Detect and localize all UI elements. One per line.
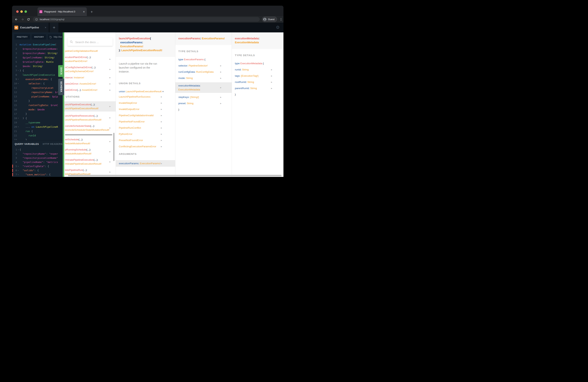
history-button[interactable]: HISTORY (32, 34, 46, 40)
code-line[interactable]: 6▾ "solids": { (12, 169, 63, 172)
expand-arrow-icon[interactable]: ▶ (109, 117, 111, 119)
expand-arrow-icon[interactable]: ▶ (109, 141, 111, 142)
fold-arrow-icon[interactable]: ▾ (17, 169, 20, 172)
minimize-window-button[interactable] (20, 10, 23, 13)
expand-arrow-icon[interactable]: ▶ (161, 139, 162, 141)
code-line[interactable]: 3 "repositoryLocationName" (12, 156, 63, 160)
expand-arrow-icon[interactable]: ▶ (109, 106, 111, 107)
doc-item[interactable]: parentRunId: String▶ (232, 86, 283, 90)
code-line[interactable]: 14 } (12, 99, 63, 103)
code-line[interactable]: 7▾) { (12, 68, 63, 73)
tab-query-variables[interactable]: QUERY VARIABLES (15, 143, 39, 146)
horizontal-scrollbar[interactable] (68, 175, 282, 176)
doc-item[interactable]: unchPipelineReexecution(...):unchPipelin… (65, 114, 116, 122)
doc-item[interactable]: PipelineNotFoundError▶ (116, 120, 175, 124)
doc-item[interactable]: mode: String▶ (175, 76, 232, 80)
code-line[interactable]: 22 runId (12, 133, 63, 138)
doc-item[interactable]: preset: String▶ (175, 101, 232, 105)
expand-arrow-icon[interactable]: ▶ (271, 81, 272, 83)
doc-item[interactable]: pRunningSchedule(...):cheduleMutationRes… (65, 148, 116, 156)
docs-side-tab[interactable]: DOCS (58, 65, 64, 77)
code-line[interactable]: 7▾ "save_metrics": { (12, 172, 63, 177)
fold-arrow-icon[interactable]: ▾ (17, 148, 20, 152)
expand-arrow-icon[interactable]: ▶ (109, 89, 111, 91)
code-line[interactable]: 2 $repositoryLocationName: (12, 47, 63, 51)
expand-arrow-icon[interactable]: ▶ (220, 103, 222, 104)
doc-item[interactable]: tags: [ExecutionTag!]▶ (232, 74, 283, 78)
expand-arrow-icon[interactable]: ▶ (161, 102, 162, 104)
expand-arrow-icon[interactable]: ▶ (220, 96, 222, 98)
expand-arrow-icon[interactable]: ▶ (161, 114, 162, 116)
code-line[interactable]: 2 "repositoryName": "exper (12, 152, 63, 156)
doc-item[interactable]: rootRunId: String▶ (232, 80, 283, 84)
code-line[interactable]: 5 $runConfigData: RunCo (12, 60, 63, 64)
reload-icon[interactable] (27, 18, 30, 21)
fold-arrow-icon[interactable]: ▾ (17, 116, 20, 120)
doc-item[interactable]: concileSchedulerState(...):econcileSched… (65, 124, 116, 132)
doc-item[interactable]: InvalidOutputError▶ (116, 107, 175, 111)
expand-arrow-icon[interactable]: ▶ (161, 127, 162, 129)
code-line[interactable]: 1▾{ (12, 148, 63, 152)
code-line[interactable]: 9▾ executionParams: { (12, 77, 63, 81)
close-playground-tab-icon[interactable]: × (45, 26, 46, 29)
expand-arrow-icon[interactable]: ▶ (220, 77, 222, 79)
doc-item[interactable]: stepKeys: [String!]▶ (175, 95, 232, 99)
maximize-window-button[interactable] (24, 10, 27, 13)
expand-arrow-icon[interactable]: ▶ (161, 96, 162, 98)
schema-side-tab[interactable]: SCHEMA (58, 79, 64, 95)
doc-item[interactable]: LaunchPipelineRunSuccess▶ (116, 95, 175, 99)
expand-arrow-icon[interactable]: ▶ (220, 65, 222, 67)
settings-gear-icon[interactable]: ⚙ (276, 25, 280, 30)
code-line[interactable]: 1mutation ExecutePipeline( (12, 42, 63, 47)
expand-arrow-icon[interactable]: ▶ (220, 87, 222, 88)
expand-arrow-icon[interactable]: ▶ (220, 71, 222, 73)
doc-item[interactable]: nConfigSchemaOrError(...):unConfigSchema… (65, 65, 116, 73)
docs-search[interactable] (67, 38, 113, 46)
fold-arrow-icon[interactable]: ▾ (17, 77, 20, 81)
code-line[interactable]: 5▾ "runConfigData": { (12, 164, 63, 169)
expand-arrow-icon[interactable]: ▶ (161, 121, 162, 123)
doc-item[interactable]: runConfigData: RunConfigData▶ (175, 70, 232, 74)
code-line[interactable]: 12 repositoryName: $r (12, 90, 63, 94)
close-window-button[interactable] (16, 10, 19, 13)
doc-item[interactable]: PipelineRunConflict▶ (116, 126, 175, 130)
doc-item[interactable]: PythonError▶ (116, 132, 175, 136)
expand-arrow-icon[interactable]: ▶ (271, 87, 272, 89)
new-tab-button[interactable]: + (89, 9, 95, 15)
expand-arrow-icon[interactable]: ▶ (109, 83, 111, 85)
playground-tab[interactable]: M ExecutePipeline × (12, 22, 49, 32)
doc-item[interactable]: executionParams: ExecutionParams!▶ (116, 160, 175, 167)
code-line[interactable]: 11 repositoryLocat (12, 86, 63, 90)
expand-arrow-icon[interactable]: ▶ (109, 68, 111, 70)
expand-arrow-icon[interactable]: ▶ (271, 75, 272, 77)
doc-item[interactable]: setOrError(...): AssetOrError!▶ (65, 88, 116, 92)
close-tab-icon[interactable]: ✕ (83, 10, 85, 13)
docs-search-input[interactable] (75, 38, 111, 46)
code-line[interactable]: 6 $mode: String! (12, 64, 63, 68)
code-line[interactable]: 13 pipelineName: $pip (12, 94, 63, 99)
fold-arrow-icon[interactable]: ▾ (17, 68, 20, 73)
code-line[interactable]: 3 $repositoryName: String! (12, 51, 63, 55)
doc-item[interactable]: setsOrError: AssetsOrError!▶ (65, 82, 116, 86)
browser-menu-icon[interactable] (279, 18, 283, 21)
browser-tab[interactable]: Playground - http://localhost:3 ✕ (38, 7, 87, 16)
doc-item[interactable]: unchPipelineExecution(...):unchPipelineE… (64, 101, 116, 111)
prettify-button[interactable]: PRETTIFY (14, 34, 30, 40)
code-line[interactable]: 8 launchPipelineExecutio (12, 73, 63, 77)
doc-item[interactable]: ecutionPlanOrError(...):ecutionPlanOrErr… (65, 55, 116, 63)
doc-item[interactable]: runId: String▶ (232, 68, 283, 72)
endpoint-input[interactable]: http://loc (48, 34, 63, 40)
expand-arrow-icon[interactable]: ▶ (109, 77, 111, 79)
doc-item[interactable]: rminatePipelineExecution(...):rminatePip… (65, 158, 116, 166)
back-icon[interactable] (15, 18, 18, 21)
code-line[interactable]: 4 $pipelineName: String! (12, 55, 63, 60)
doc-item[interactable]: InvalidStepError▶ (116, 101, 175, 105)
expand-arrow-icon[interactable]: ▶ (161, 146, 162, 148)
expand-arrow-icon[interactable]: ▶ (161, 133, 162, 135)
expand-arrow-icon[interactable]: ▶ (109, 161, 111, 163)
doc-item[interactable]: ConflictingExecutionParamsError▶ (116, 145, 175, 149)
vertical-scrollbar[interactable] (113, 133, 114, 161)
query-code[interactable]: 1mutation ExecutePipeline(2 $repositoryL… (12, 42, 63, 142)
fold-arrow-icon[interactable]: ▾ (17, 164, 20, 169)
horizontal-scrollbar[interactable] (65, 134, 112, 135)
